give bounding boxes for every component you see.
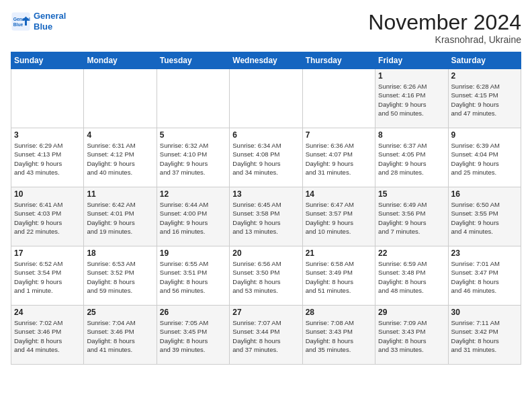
logo: General Blue General Blue [11, 11, 66, 32]
cell-info: Sunrise: 6:28 AM Sunset: 4:15 PM Dayligh… [451, 82, 518, 118]
header: General Blue General Blue November 2024 … [11, 11, 521, 45]
calendar-cell: 5Sunrise: 6:32 AM Sunset: 4:10 PM Daylig… [157, 128, 229, 187]
day-number: 1 [378, 71, 445, 81]
cell-info: Sunrise: 6:26 AM Sunset: 4:16 PM Dayligh… [378, 82, 445, 118]
calendar-cell: 13Sunrise: 6:45 AM Sunset: 3:58 PM Dayli… [230, 187, 302, 246]
cell-info: Sunrise: 7:11 AM Sunset: 3:42 PM Dayligh… [451, 318, 518, 354]
calendar-cell [84, 69, 157, 128]
cell-info: Sunrise: 6:29 AM Sunset: 4:13 PM Dayligh… [14, 141, 81, 177]
cell-info: Sunrise: 6:44 AM Sunset: 4:00 PM Dayligh… [160, 200, 226, 236]
cell-info: Sunrise: 6:50 AM Sunset: 3:55 PM Dayligh… [451, 200, 518, 236]
calendar-cell: 3Sunrise: 6:29 AM Sunset: 4:13 PM Daylig… [11, 128, 84, 187]
cell-info: Sunrise: 6:55 AM Sunset: 3:51 PM Dayligh… [160, 259, 226, 295]
day-number: 12 [160, 189, 226, 199]
cell-info: Sunrise: 6:36 AM Sunset: 4:07 PM Dayligh… [306, 141, 372, 177]
calendar-cell [157, 69, 229, 128]
calendar-cell: 25Sunrise: 7:04 AM Sunset: 3:46 PM Dayli… [84, 306, 157, 365]
day-number: 2 [451, 71, 518, 81]
day-number: 9 [451, 130, 518, 140]
day-number: 17 [14, 248, 81, 258]
calendar-cell: 19Sunrise: 6:55 AM Sunset: 3:51 PM Dayli… [157, 246, 229, 306]
weekday-header-sunday: Sunday [11, 52, 84, 69]
cell-info: Sunrise: 7:09 AM Sunset: 3:43 PM Dayligh… [378, 318, 445, 354]
cell-info: Sunrise: 6:45 AM Sunset: 3:58 PM Dayligh… [232, 200, 299, 236]
svg-text:Blue: Blue [13, 21, 24, 26]
cell-info: Sunrise: 7:08 AM Sunset: 3:43 PM Dayligh… [306, 318, 372, 354]
calendar-cell: 30Sunrise: 7:11 AM Sunset: 3:42 PM Dayli… [448, 306, 521, 365]
cell-info: Sunrise: 7:01 AM Sunset: 3:47 PM Dayligh… [451, 259, 518, 295]
calendar-cell: 10Sunrise: 6:41 AM Sunset: 4:03 PM Dayli… [11, 187, 84, 246]
cell-info: Sunrise: 6:31 AM Sunset: 4:12 PM Dayligh… [87, 141, 153, 177]
weekday-header-thursday: Thursday [302, 52, 375, 69]
calendar-cell: 1Sunrise: 6:26 AM Sunset: 4:16 PM Daylig… [375, 69, 448, 128]
calendar-cell: 29Sunrise: 7:09 AM Sunset: 3:43 PM Dayli… [375, 306, 448, 365]
weekday-header-tuesday: Tuesday [157, 52, 229, 69]
title-block: November 2024 Krasnohrad, Ukraine [368, 11, 521, 45]
calendar-cell: 8Sunrise: 6:37 AM Sunset: 4:05 PM Daylig… [375, 128, 448, 187]
calendar-cell: 22Sunrise: 6:59 AM Sunset: 3:48 PM Dayli… [375, 246, 448, 306]
logo-text: General Blue [34, 11, 66, 32]
logo-line1: General [34, 11, 66, 21]
cell-info: Sunrise: 6:47 AM Sunset: 3:57 PM Dayligh… [306, 200, 372, 236]
day-number: 14 [306, 189, 372, 199]
calendar-cell [230, 69, 302, 128]
day-number: 23 [451, 248, 518, 258]
logo-line2: Blue [34, 21, 52, 32]
cell-info: Sunrise: 6:37 AM Sunset: 4:05 PM Dayligh… [378, 141, 445, 177]
logo-icon: General Blue [11, 11, 31, 32]
svg-rect-0 [12, 12, 30, 30]
day-number: 28 [306, 308, 372, 317]
day-number: 25 [87, 308, 153, 317]
cell-info: Sunrise: 6:59 AM Sunset: 3:48 PM Dayligh… [378, 259, 445, 295]
cell-info: Sunrise: 6:34 AM Sunset: 4:08 PM Dayligh… [232, 141, 299, 177]
weekday-header-saturday: Saturday [448, 52, 521, 69]
calendar-cell: 9Sunrise: 6:39 AM Sunset: 4:04 PM Daylig… [448, 128, 521, 187]
day-number: 6 [232, 130, 299, 140]
cell-info: Sunrise: 7:02 AM Sunset: 3:46 PM Dayligh… [14, 318, 81, 354]
page: General Blue General Blue November 2024 … [0, 0, 532, 371]
week-row-2: 3Sunrise: 6:29 AM Sunset: 4:13 PM Daylig… [11, 128, 521, 187]
cell-info: Sunrise: 6:32 AM Sunset: 4:10 PM Dayligh… [160, 141, 226, 177]
day-number: 24 [14, 308, 81, 317]
cell-info: Sunrise: 6:52 AM Sunset: 3:54 PM Dayligh… [14, 259, 81, 295]
day-number: 3 [14, 130, 81, 140]
calendar-cell: 23Sunrise: 7:01 AM Sunset: 3:47 PM Dayli… [448, 246, 521, 306]
day-number: 4 [87, 130, 153, 140]
calendar-cell: 14Sunrise: 6:47 AM Sunset: 3:57 PM Dayli… [302, 187, 375, 246]
day-number: 8 [378, 130, 445, 140]
week-row-4: 17Sunrise: 6:52 AM Sunset: 3:54 PM Dayli… [11, 246, 521, 306]
day-number: 5 [160, 130, 226, 140]
calendar-cell: 21Sunrise: 6:58 AM Sunset: 3:49 PM Dayli… [302, 246, 375, 306]
calendar-cell: 26Sunrise: 7:05 AM Sunset: 3:45 PM Dayli… [157, 306, 229, 365]
week-row-1: 1Sunrise: 6:26 AM Sunset: 4:16 PM Daylig… [11, 69, 521, 128]
week-row-5: 24Sunrise: 7:02 AM Sunset: 3:46 PM Dayli… [11, 306, 521, 365]
cell-info: Sunrise: 6:41 AM Sunset: 4:03 PM Dayligh… [14, 200, 81, 236]
cell-info: Sunrise: 6:39 AM Sunset: 4:04 PM Dayligh… [451, 141, 518, 177]
calendar-cell: 15Sunrise: 6:49 AM Sunset: 3:56 PM Dayli… [375, 187, 448, 246]
calendar-cell: 17Sunrise: 6:52 AM Sunset: 3:54 PM Dayli… [11, 246, 84, 306]
day-number: 27 [232, 308, 299, 317]
day-number: 13 [232, 189, 299, 199]
day-number: 10 [14, 189, 81, 199]
calendar-cell: 27Sunrise: 7:07 AM Sunset: 3:44 PM Dayli… [230, 306, 302, 365]
day-number: 20 [232, 248, 299, 258]
day-number: 26 [160, 308, 226, 317]
weekday-header-friday: Friday [375, 52, 448, 69]
day-number: 29 [378, 308, 445, 317]
day-number: 11 [87, 189, 153, 199]
weekday-header-monday: Monday [84, 52, 157, 69]
calendar-table: SundayMondayTuesdayWednesdayThursdayFrid… [11, 52, 521, 365]
calendar-cell: 2Sunrise: 6:28 AM Sunset: 4:15 PM Daylig… [448, 69, 521, 128]
calendar-cell: 18Sunrise: 6:53 AM Sunset: 3:52 PM Dayli… [84, 246, 157, 306]
month-title: November 2024 [368, 11, 521, 34]
week-row-3: 10Sunrise: 6:41 AM Sunset: 4:03 PM Dayli… [11, 187, 521, 246]
weekday-header-row: SundayMondayTuesdayWednesdayThursdayFrid… [11, 52, 521, 69]
day-number: 22 [378, 248, 445, 258]
calendar-cell: 7Sunrise: 6:36 AM Sunset: 4:07 PM Daylig… [302, 128, 375, 187]
calendar-cell: 11Sunrise: 6:42 AM Sunset: 4:01 PM Dayli… [84, 187, 157, 246]
calendar-cell: 12Sunrise: 6:44 AM Sunset: 4:00 PM Dayli… [157, 187, 229, 246]
calendar-cell: 24Sunrise: 7:02 AM Sunset: 3:46 PM Dayli… [11, 306, 84, 365]
cell-info: Sunrise: 6:49 AM Sunset: 3:56 PM Dayligh… [378, 200, 445, 236]
cell-info: Sunrise: 7:05 AM Sunset: 3:45 PM Dayligh… [160, 318, 226, 354]
calendar-cell: 6Sunrise: 6:34 AM Sunset: 4:08 PM Daylig… [230, 128, 302, 187]
